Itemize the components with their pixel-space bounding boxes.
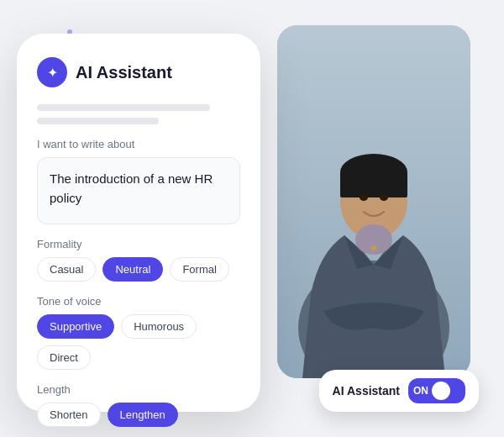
write-content[interactable]: The introduction of a new HR policy [37, 157, 240, 224]
toggle-badge[interactable]: AI Assistant ON [319, 370, 479, 412]
pill-supportive[interactable]: Supportive [37, 314, 114, 339]
formality-label: Formality [37, 238, 240, 250]
svg-point-9 [380, 194, 388, 201]
phone-title: AI Assistant [76, 63, 172, 82]
skeleton-line-long [37, 104, 210, 111]
pill-shorten[interactable]: Shorten [37, 403, 101, 427]
pill-lengthen[interactable]: Lengthen [108, 403, 178, 427]
ai-icon: ✦ [37, 57, 67, 87]
svg-point-7 [371, 245, 376, 250]
length-label: Length [37, 383, 240, 396]
tone-pills: Supportive Humorous Direct [37, 314, 240, 370]
toggle-badge-label: AI Assistant [333, 384, 400, 398]
skeleton-line-short [37, 118, 159, 124]
toggle-knob [432, 382, 450, 400]
length-pills: Shorten Lengthen [37, 403, 240, 427]
pill-humorous[interactable]: Humorous [121, 314, 197, 339]
ai-icon-symbol: ✦ [47, 65, 58, 81]
pill-neutral[interactable]: Neutral [102, 257, 163, 282]
toggle-switch[interactable]: ON [408, 378, 465, 403]
phone-header: ✦ AI Assistant [37, 57, 240, 87]
svg-rect-5 [340, 172, 407, 197]
svg-point-8 [360, 194, 368, 201]
scene: ✦ AI Assistant I want to write about The… [17, 17, 487, 420]
phone-card: ✦ AI Assistant I want to write about The… [17, 34, 260, 412]
formality-pills: Casual Neutral Formal [37, 257, 240, 282]
tone-label: Tone of voice [37, 295, 240, 308]
pill-casual[interactable]: Casual [37, 257, 96, 282]
write-section-label: I want to write about [37, 138, 240, 150]
pill-formal[interactable]: Formal [170, 257, 228, 282]
toggle-state-text: ON [413, 385, 428, 397]
pill-direct[interactable]: Direct [37, 345, 91, 370]
person-photo [277, 25, 470, 378]
